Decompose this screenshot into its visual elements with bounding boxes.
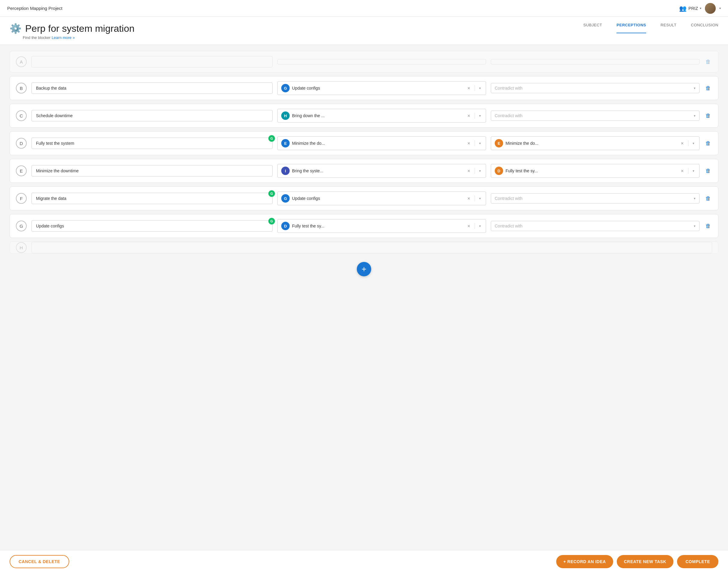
contradict-text-b: Contradict with — [495, 86, 694, 91]
row-input-wrap-f: G — [32, 193, 273, 204]
grammarly-badge-d: G — [269, 135, 275, 142]
tag-remove-d-1[interactable]: ✕ — [466, 141, 472, 146]
tag-text-d-1: Minimize the do... — [292, 141, 464, 146]
tag-pill-e-1[interactable]: I Bring the syste... ✕ ▾ — [277, 164, 486, 178]
tag-chevron-b-1[interactable]: ▾ — [478, 86, 482, 91]
avatar-chevron[interactable]: ▾ — [719, 7, 721, 10]
avatar-image — [705, 3, 716, 14]
contradict-f[interactable]: Contradict with ▾ — [491, 193, 699, 204]
grammarly-badge-g: G — [269, 218, 275, 224]
tab-conclusion[interactable]: CONCLUSION — [691, 23, 718, 33]
tag-chevron-f-1[interactable]: ▾ — [478, 196, 482, 201]
tag-sep-c-1 — [475, 113, 475, 119]
tag-sep-e-2 — [688, 168, 688, 174]
tag-remove-f-1[interactable]: ✕ — [466, 196, 472, 201]
tag-pill-d-2[interactable]: E Minimize the do... ✕ ▾ — [491, 136, 699, 150]
contradict-chevron-b[interactable]: ▾ — [694, 86, 696, 90]
tag-remove-e-1[interactable]: ✕ — [466, 168, 472, 174]
learn-more-link[interactable]: Learn more » — [52, 35, 75, 40]
delete-btn-c[interactable]: 🗑 — [704, 111, 712, 120]
contradict-b[interactable]: Contradict with ▾ — [491, 83, 699, 93]
tag-remove-e-2[interactable]: ✕ — [679, 168, 685, 174]
tag-avatar-f-1: G — [281, 194, 290, 203]
row-input-g[interactable] — [32, 220, 273, 232]
tag-chevron-e-2[interactable]: ▾ — [691, 168, 696, 173]
nav-user[interactable]: 👥 PRIZ ▾ — [679, 5, 701, 12]
top-nav: Perception Mapping Project 👥 PRIZ ▾ ▾ — [0, 0, 728, 17]
page-subtitle: Find the blocker Learn more » — [10, 35, 135, 40]
tag-pill-f-1[interactable]: G Update configs ✕ ▾ — [277, 192, 486, 205]
row-letter-g: G — [16, 220, 27, 231]
row-input-partial[interactable] — [32, 56, 273, 67]
row-input-e[interactable] — [32, 165, 273, 176]
add-button-wrap: + — [10, 257, 718, 281]
tag-text-c-1: Bring down the ... — [292, 113, 464, 118]
tag-remove-b-1[interactable]: ✕ — [466, 86, 472, 91]
tag-remove-d-2[interactable]: ✕ — [679, 141, 685, 146]
contradict-chevron-f[interactable]: ▾ — [694, 197, 696, 201]
contradict-g[interactable]: Contradict with ▾ — [491, 221, 699, 231]
contradict-text-f: Contradict with — [495, 196, 694, 201]
delete-btn-partial[interactable]: 🗑 — [704, 58, 712, 66]
row-input-b[interactable] — [32, 83, 273, 94]
tag-chevron-e-1[interactable]: ▾ — [478, 168, 482, 173]
row-letter-b: B — [16, 83, 27, 94]
tab-subject[interactable]: SUBJECT — [583, 23, 602, 33]
tag-chevron-g-1[interactable]: ▾ — [478, 223, 482, 229]
row-card-e: E I Bring the syste... ✕ ▾ D Fully test … — [10, 159, 718, 183]
tag-remove-c-1[interactable]: ✕ — [466, 113, 472, 119]
tag-pill-d-1[interactable]: E Minimize the do... ✕ ▾ — [277, 136, 486, 150]
nav-right: 👥 PRIZ ▾ ▾ — [679, 3, 721, 14]
row-letter-c: C — [16, 110, 27, 121]
tag-sep-e-1 — [475, 168, 475, 174]
tag-remove-g-1[interactable]: ✕ — [466, 223, 472, 229]
tag-avatar-e-2: D — [495, 167, 503, 175]
row-input-wrap-partial-b — [32, 242, 712, 253]
tag-pill-g-1[interactable]: D Fully test the sy... ✕ ▾ — [277, 219, 486, 233]
tab-result[interactable]: RESULT — [661, 23, 676, 33]
tag-chevron-d-1[interactable]: ▾ — [478, 141, 482, 146]
row-input-wrap-d: G — [32, 138, 273, 149]
row-card-c: C H Bring down the ... ✕ ▾ Contradict wi… — [10, 104, 718, 128]
contradict-chevron-g[interactable]: ▾ — [694, 224, 696, 228]
row-input-d[interactable] — [32, 138, 273, 149]
tag-text-d-2: Minimize the do... — [505, 141, 677, 146]
row-input-wrap-b — [32, 83, 273, 94]
contradict-text-c: Contradict with — [495, 113, 694, 118]
tag-pill-b-1[interactable]: G Update configs ✕ ▾ — [277, 81, 486, 95]
page-title: Perp for system migration — [25, 23, 135, 34]
tag-sep-d-1 — [475, 140, 475, 146]
tag-chevron-d-2[interactable]: ▾ — [691, 141, 696, 146]
page-header: ⚙️ Perp for system migration Find the bl… — [0, 17, 728, 45]
delete-btn-b[interactable]: 🗑 — [704, 84, 712, 93]
contradict-chevron-c[interactable]: ▾ — [694, 114, 696, 118]
delete-btn-f[interactable]: 🗑 — [704, 194, 712, 203]
tag-avatar-d-2: E — [495, 139, 503, 148]
row-input-wrap-c — [32, 110, 273, 121]
tag-avatar-c-1: H — [281, 111, 290, 120]
contradict-partial — [491, 59, 699, 64]
tag-pill-c-1[interactable]: H Bring down the ... ✕ ▾ — [277, 109, 486, 122]
delete-btn-g[interactable]: 🗑 — [704, 222, 712, 230]
subtitle-text: Find the blocker — [23, 35, 51, 40]
add-row-button[interactable]: + — [357, 262, 371, 276]
row-letter-e: E — [16, 165, 27, 176]
tab-perceptions[interactable]: PERCEPTIONS — [617, 23, 646, 33]
tag-pill-e-2[interactable]: D Fully test the sy... ✕ ▾ — [491, 164, 699, 178]
row-input-f[interactable] — [32, 193, 273, 204]
row-input-c[interactable] — [32, 110, 273, 121]
avatar[interactable] — [705, 3, 716, 14]
delete-btn-e[interactable]: 🗑 — [704, 167, 712, 175]
tag-pill-partial-1 — [277, 59, 486, 64]
tag-avatar-b-1: G — [281, 84, 290, 92]
nav-user-label: PRIZ — [688, 6, 698, 11]
contradict-c[interactable]: Contradict with ▾ — [491, 111, 699, 121]
tag-text-b-1: Update configs — [292, 86, 464, 91]
tag-chevron-c-1[interactable]: ▾ — [478, 113, 482, 118]
nav-user-chevron[interactable]: ▾ — [700, 7, 701, 10]
tag-text-e-2: Fully test the sy... — [505, 168, 677, 173]
delete-btn-d[interactable]: 🗑 — [704, 139, 712, 148]
nav-title: Perception Mapping Project — [7, 6, 62, 11]
content-area: A 🗑 B G Update configs ✕ ▾ Contradict wi… — [0, 45, 728, 317]
grammarly-badge-f: G — [269, 190, 275, 197]
